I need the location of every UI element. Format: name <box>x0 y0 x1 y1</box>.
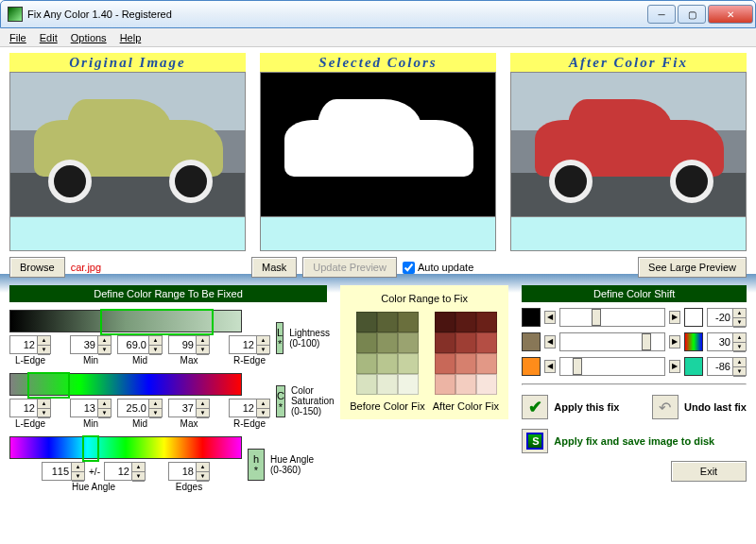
menu-file[interactable]: File <box>4 30 32 45</box>
c-shift-slider[interactable] <box>559 332 665 351</box>
l-badge: L* <box>276 322 284 354</box>
menu-edit[interactable]: Edit <box>34 30 63 45</box>
shift-from-h-icon <box>522 357 541 376</box>
color-range-box: Color Range to Fix Before Color Fix Afte… <box>340 285 508 419</box>
left-arrow-icon[interactable]: ◀ <box>544 311 556 324</box>
c-ledge-input[interactable] <box>10 400 37 416</box>
c-badge: C* <box>276 385 285 417</box>
l-max-input[interactable] <box>169 336 196 353</box>
define-shift-header: Define Color Shift <box>522 285 747 302</box>
update-preview-button[interactable]: Update Preview <box>302 257 397 278</box>
menu-bar: File Edit Options Help <box>0 28 756 47</box>
lightness-gradient[interactable] <box>9 310 242 332</box>
l-min-input[interactable] <box>71 336 97 353</box>
h-badge: h* <box>248 449 265 481</box>
undo-button[interactable]: ↶ <box>652 395 679 419</box>
exit-button[interactable]: Exit <box>671 461 747 482</box>
selected-title: Selected Colors <box>260 53 496 72</box>
c-mid-input[interactable] <box>118 400 148 416</box>
h-shift-input[interactable] <box>708 358 732 375</box>
maximize-button[interactable]: ▢ <box>678 5 706 24</box>
hue-edges-input[interactable] <box>169 463 196 480</box>
hue-gradient[interactable] <box>9 436 242 459</box>
shift-from-c-icon <box>522 332 541 351</box>
see-large-preview-button[interactable]: See Large Preview <box>638 257 747 278</box>
after-title: After Color Fix <box>510 53 747 72</box>
filename-label: car.jpg <box>71 262 101 273</box>
original-title: Original Image <box>9 53 246 72</box>
hue-pm-input[interactable] <box>105 463 131 480</box>
c-redge-input[interactable] <box>230 400 256 416</box>
auto-update-checkbox[interactable]: Auto update <box>403 262 473 274</box>
minimize-button[interactable]: ─ <box>647 5 676 24</box>
original-preview: Original Image <box>9 53 246 251</box>
right-arrow-icon[interactable]: ▶ <box>669 311 680 324</box>
mask-button[interactable]: Mask <box>251 257 297 278</box>
chroma-gradient[interactable] <box>9 373 242 396</box>
l-shift-input[interactable] <box>708 309 732 326</box>
h-shift-slider[interactable] <box>559 357 665 376</box>
shift-to-l-icon <box>684 308 703 327</box>
hue-angle-input[interactable] <box>43 463 71 480</box>
shift-to-h-icon <box>684 357 703 376</box>
c-min-input[interactable] <box>71 400 97 416</box>
check-icon: ✔ <box>528 397 542 417</box>
apply-fix-button[interactable]: ✔ <box>522 395 548 419</box>
shift-to-c-icon <box>684 332 703 351</box>
window-titlebar: Fix Any Color 1.40 - Registered ─ ▢ ✕ <box>0 0 756 28</box>
l-redge-input[interactable] <box>230 336 256 353</box>
selected-preview: Selected Colors <box>260 53 496 251</box>
before-swatches <box>356 312 419 395</box>
l-mid-input[interactable] <box>118 336 148 353</box>
after-swatches <box>435 312 497 395</box>
define-range-header: Define Color Range To Be Fixed <box>9 285 327 302</box>
c-max-input[interactable] <box>169 400 196 416</box>
spinner-icon[interactable]: ▲▼ <box>37 336 50 353</box>
l-ledge-input[interactable] <box>10 336 37 353</box>
after-preview: After Color Fix <box>510 53 747 251</box>
menu-help[interactable]: Help <box>114 30 147 45</box>
app-icon <box>8 7 23 22</box>
c-shift-input[interactable] <box>708 333 732 350</box>
menu-options[interactable]: Options <box>65 30 112 45</box>
close-button[interactable]: ✕ <box>708 5 753 24</box>
shift-from-l-icon <box>522 308 541 327</box>
undo-icon: ↶ <box>659 399 671 416</box>
apply-save-button[interactable] <box>522 429 548 453</box>
l-shift-slider[interactable] <box>559 308 665 327</box>
window-title: Fix Any Color 1.40 - Registered <box>27 8 647 20</box>
browse-button[interactable]: Browse <box>9 257 65 278</box>
save-icon <box>526 433 543 450</box>
